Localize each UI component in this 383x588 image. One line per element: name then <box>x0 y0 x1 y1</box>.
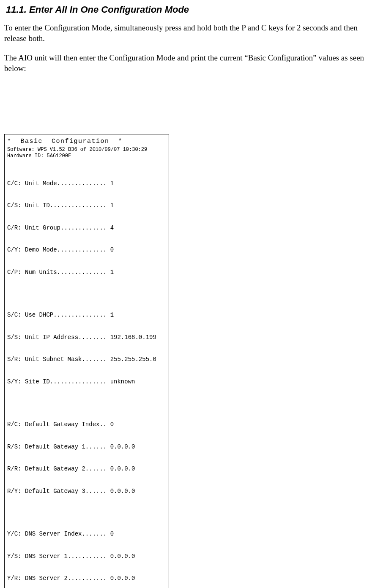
spacer <box>4 83 379 134</box>
printout-hardware: Hardware ID: 5A61200F <box>7 153 166 159</box>
printout-line: C/P: Num Units.............. 1 <box>7 269 166 276</box>
printout-line: R/R: Default Gateway 2...... 0.0.0.0 <box>7 465 166 473</box>
printout-software: Software: WPS V1.52 B36 of 2010/09/07 10… <box>7 147 166 153</box>
printout-line: S/Y: Site ID................ unknown <box>7 378 166 386</box>
printout-line: C/C: Unit Mode.............. 1 <box>7 180 166 188</box>
printout-line: R/S: Default Gateway 1...... 0.0.0.0 <box>7 443 166 451</box>
printout-line: Y/C: DNS Server Index....... 0 <box>7 531 166 538</box>
section-heading: 11.1. Enter All In One Configuration Mod… <box>6 4 379 15</box>
printout-title: * Basic Configuration * <box>7 138 166 146</box>
printout-line: S/R: Unit Subnet Mask....... 255.255.255… <box>7 356 166 364</box>
printout-line: C/S: Unit ID................ 1 <box>7 202 166 210</box>
printout-line: C/Y: Demo Mode.............. 0 <box>7 246 166 254</box>
paragraph-intro-1: To enter the Configuration Mode, simulta… <box>4 23 379 44</box>
printout-line: C/R: Unit Group............. 4 <box>7 224 166 232</box>
printout-group-r: R/C: Default Gateway Index.. 0 R/S: Defa… <box>7 406 166 510</box>
printout-group-y: Y/C: DNS Server Index....... 0 Y/S: DNS … <box>7 516 166 588</box>
config-printout: * Basic Configuration * Software: WPS V1… <box>4 134 169 588</box>
printout-group-s: S/C: Use DHCP............... 1 S/S: Unit… <box>7 297 166 400</box>
printout-line: Y/R: DNS Server 2........... 0.0.0.0 <box>7 575 166 583</box>
printout-line: S/S: Unit IP Address........ 192.168.0.1… <box>7 334 166 342</box>
printout-line: S/C: Use DHCP............... 1 <box>7 312 166 319</box>
paragraph-intro-2: The AIO unit will then enter the Configu… <box>4 53 379 74</box>
printout-group-c: C/C: Unit Mode.............. 1 C/S: Unit… <box>7 165 166 291</box>
printout-line: R/C: Default Gateway Index.. 0 <box>7 421 166 429</box>
printout-line: Y/S: DNS Server 1........... 0.0.0.0 <box>7 553 166 561</box>
printout-line: R/Y: Default Gateway 3...... 0.0.0.0 <box>7 488 166 495</box>
